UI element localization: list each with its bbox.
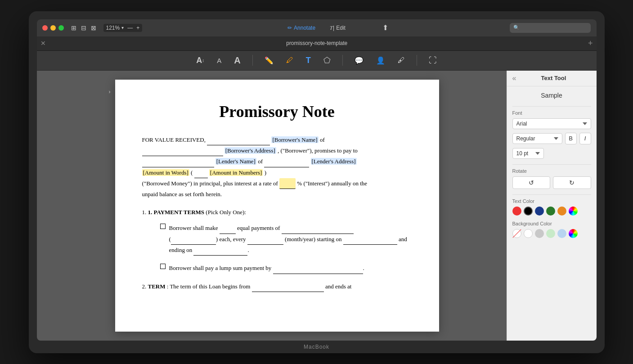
bold-button[interactable]: B <box>565 133 577 144</box>
annotate-label: Annotate <box>294 25 315 31</box>
amount-numbers: [Amount in Numbers] <box>209 169 263 176</box>
checkbox-1[interactable] <box>160 224 166 229</box>
para1-close: ) <box>265 169 266 176</box>
panel-divider-2 <box>512 164 591 165</box>
bg-color-white[interactable] <box>524 229 533 238</box>
window-icons: ⊞ ⊟ ⊠ <box>71 24 96 31</box>
shape-tool-button[interactable]: ⬠ <box>321 54 333 67</box>
search-input[interactable] <box>521 25 587 31</box>
stamp-tool-button[interactable]: 👤 <box>373 54 388 67</box>
zoom-increase-button[interactable]: + <box>136 25 139 31</box>
annotate-button[interactable]: ✏ Annotate <box>285 24 318 32</box>
bg-color-gray[interactable] <box>535 229 544 238</box>
interest-blank <box>279 178 296 189</box>
rotate-left-button[interactable]: ↺ <box>512 176 551 189</box>
highlighter-tool-button[interactable]: 🖊 <box>283 54 296 66</box>
text-resize-tool-button[interactable]: A↕ <box>193 54 207 67</box>
main-area: › Promissory Note FOR VALUE RECEIVED, [B… <box>37 71 597 341</box>
section1-pick: (Pick Only One): <box>206 209 246 216</box>
text-color-black[interactable] <box>524 207 533 216</box>
para1-paren: ( <box>191 169 193 176</box>
section2-num: 2. <box>142 283 148 290</box>
sample-text: Sample <box>512 92 591 99</box>
zoom-control[interactable]: 121% ▾ — + <box>103 24 143 32</box>
crop-tool-button[interactable]: ⛶ <box>426 54 440 67</box>
bg-color-none[interactable] <box>512 229 521 238</box>
tab-add-button[interactable]: + <box>588 39 593 48</box>
panel-body: Sample Font Arial Helvetica Times New Ro… <box>507 86 597 341</box>
font-size-select[interactable]: 8 pt 9 pt 10 pt 11 pt 12 pt 14 pt <box>512 148 544 159</box>
paragraph-1: FOR VALUE RECEIVED, [Borrower's Name] of… <box>142 135 412 200</box>
amount-words: [Amount in Words] <box>142 169 189 176</box>
font-select[interactable]: Arial Helvetica Times New Roman Georgia … <box>512 118 591 129</box>
macbook-chin: MacBook <box>37 341 597 353</box>
section2-title: TERM <box>148 283 166 290</box>
font-style-select[interactable]: Regular Bold Italic Bold Italic <box>512 133 562 144</box>
checkbox-2[interactable] <box>160 264 166 269</box>
sidebar-chevron-icon: › <box>109 89 111 95</box>
search-icon: 🔍 <box>513 25 520 31</box>
search-bar[interactable]: 🔍 <box>510 23 591 33</box>
close-button[interactable] <box>42 25 48 31</box>
panel-collapse-button[interactable]: « <box>512 74 516 82</box>
layout-icon[interactable]: ⊠ <box>91 24 96 31</box>
blank-5 <box>194 167 208 178</box>
font-label: Font <box>512 110 591 116</box>
signature-tool-button[interactable]: 🖋 <box>395 54 408 66</box>
bg-color-light-green[interactable] <box>546 229 555 238</box>
text-color-multicolor[interactable] <box>569 207 578 216</box>
blank-p2a <box>273 263 363 274</box>
sidebar-icon[interactable]: ⊞ <box>71 24 76 31</box>
payment-text-1: Borrower shall make equal payments of ( … <box>169 223 412 256</box>
rotate-right-button[interactable]: ↻ <box>553 176 591 189</box>
text-color-red[interactable] <box>512 207 521 216</box>
toolbar-separator-2 <box>342 55 343 66</box>
cursor-icon: 𝑇| <box>330 25 334 31</box>
section1-num: 1. <box>142 209 148 216</box>
pdf-area[interactable]: › Promissory Note FOR VALUE RECEIVED, [B… <box>37 71 507 341</box>
para1-tail: unpaid balance as set forth herein. <box>142 191 222 198</box>
blank-p1e <box>343 234 397 245</box>
bg-color-label: Background Color <box>512 221 591 226</box>
text-medium-tool-button[interactable]: A <box>214 55 224 66</box>
text-color-green[interactable] <box>546 207 555 216</box>
edit-label: Edit <box>336 25 346 31</box>
share-button[interactable]: ⬆ <box>382 23 388 32</box>
bg-color-light-blue[interactable] <box>557 229 566 238</box>
toolbar: A↕ A A ✏️ 🖊 T ⬠ 💬 👤 🖋 ⛶ <box>37 51 597 71</box>
pen-tool-button[interactable]: ✏️ <box>262 54 276 67</box>
blank-s2a <box>252 281 324 292</box>
blank-p1c <box>171 234 216 245</box>
title-bar: ⊞ ⊟ ⊠ 121% ▾ — + ✏ Annotate 𝑇| Edit <box>37 19 597 36</box>
toolbar-separator-1 <box>252 55 253 66</box>
lender-name: [Lender's Name] <box>215 158 256 165</box>
section2-body: : The term of this Loan begins from and … <box>167 283 352 290</box>
zoom-decrease-button[interactable]: — <box>127 25 133 31</box>
text-color-orange[interactable] <box>557 207 566 216</box>
para1-borrowed: ("Borrowed Money") in principal, plus in… <box>142 180 280 187</box>
zoom-chevron-icon: ▾ <box>121 25 124 30</box>
grid-icon[interactable]: ⊟ <box>81 24 86 31</box>
font-size-row: 8 pt 9 pt 10 pt 11 pt 12 pt 14 pt <box>512 148 591 159</box>
italic-button[interactable]: I <box>579 133 591 144</box>
blank-p1b <box>282 223 354 234</box>
edit-button[interactable]: 𝑇| Edit <box>327 24 348 32</box>
rotate-section: Rotate ↺ ↻ <box>512 168 591 189</box>
rotate-buttons: ↺ ↻ <box>512 176 591 189</box>
maximize-button[interactable] <box>58 25 64 31</box>
text-color-navy[interactable] <box>535 207 544 216</box>
tab-close-button[interactable]: ✕ <box>40 40 46 47</box>
section1-title: 1. PAYMENT TERMS <box>148 209 205 216</box>
minimize-button[interactable] <box>50 25 56 31</box>
comment-tool-button[interactable]: 💬 <box>352 54 366 67</box>
bg-color-swatches <box>512 229 591 238</box>
payment-section: 1. 1. PAYMENT TERMS (Pick Only One): Bor… <box>142 207 412 274</box>
sidebar-collapse-toggle[interactable]: › <box>104 80 115 95</box>
pdf-title: Promissory Note <box>142 102 412 121</box>
borrower-name: [Borrower's Name] <box>271 136 318 143</box>
blank-1 <box>207 135 270 145</box>
bg-color-multicolor[interactable] <box>569 229 578 238</box>
text-large-tool-button[interactable]: A <box>231 54 243 67</box>
text-tool-button[interactable]: T <box>303 54 314 67</box>
bg-color-section: Background Color <box>512 221 591 238</box>
